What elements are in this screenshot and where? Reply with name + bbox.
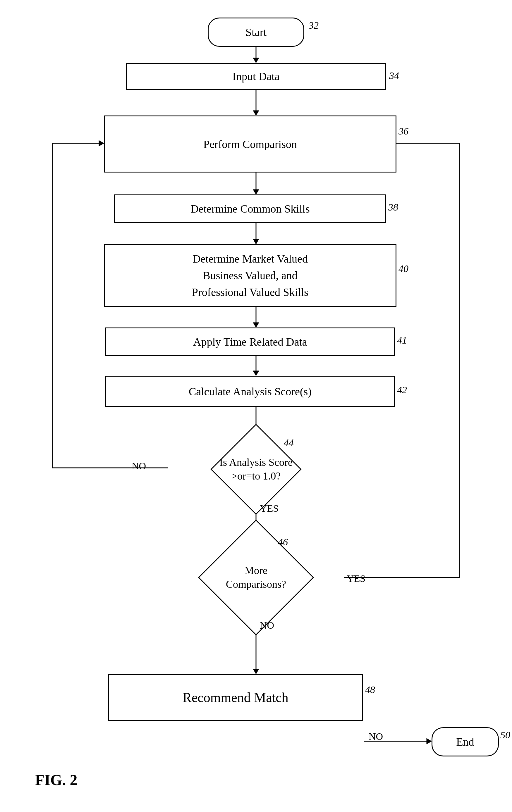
figure-caption: FIG. 2 xyxy=(35,771,77,789)
apply-time-node: Apply Time Related Data xyxy=(105,327,395,356)
determine-market-ref: 40 xyxy=(399,263,408,274)
svg-marker-16 xyxy=(99,140,104,146)
svg-marker-9 xyxy=(253,322,259,327)
no-more-label: NO xyxy=(260,620,274,631)
calculate-analysis-label: Calculate Analysis Score(s) xyxy=(189,385,312,398)
perform-comparison-node: Perform Comparison xyxy=(104,116,397,173)
is-analysis-ref: 44 xyxy=(284,437,294,448)
determine-market-label: Determine Market ValuedBusiness Valued, … xyxy=(192,251,308,300)
more-comparisons-diamond: MoreComparisons? xyxy=(168,536,344,618)
no-analysis-label: NO xyxy=(132,461,146,472)
start-node: Start xyxy=(208,18,304,47)
start-label: Start xyxy=(245,26,267,38)
perform-comparison-label: Perform Comparison xyxy=(203,138,297,151)
calculate-analysis-node: Calculate Analysis Score(s) xyxy=(105,376,395,407)
recommend-match-ref: 48 xyxy=(365,684,375,695)
perform-comparison-ref: 36 xyxy=(399,126,408,137)
determine-common-skills-node: Determine Common Skills xyxy=(114,195,386,223)
svg-marker-3 xyxy=(253,111,259,116)
end-node: End xyxy=(432,727,499,756)
yes-more-label: YES xyxy=(347,573,366,584)
determine-common-skills-label: Determine Common Skills xyxy=(190,202,309,215)
input-data-ref: 34 xyxy=(389,70,399,81)
determine-common-ref: 38 xyxy=(388,202,398,213)
calculate-analysis-ref: 42 xyxy=(397,384,407,396)
apply-time-label: Apply Time Related Data xyxy=(193,336,307,348)
end-label: End xyxy=(456,735,474,748)
svg-marker-21 xyxy=(427,738,432,744)
recommend-match-node: Recommend Match xyxy=(108,674,363,721)
svg-marker-19 xyxy=(253,669,259,674)
end-ref: 50 xyxy=(500,729,510,741)
is-analysis-score-diamond: Is Analysis Score>or=to 1.0? xyxy=(168,437,344,501)
input-data-node: Input Data xyxy=(126,63,386,90)
svg-marker-11 xyxy=(253,371,259,376)
recommend-match-label: Recommend Match xyxy=(183,690,289,705)
start-ref: 32 xyxy=(309,20,319,31)
svg-marker-1 xyxy=(253,58,259,63)
svg-marker-5 xyxy=(253,190,259,195)
apply-time-ref: 41 xyxy=(397,335,407,346)
svg-marker-7 xyxy=(253,239,259,244)
determine-market-node: Determine Market ValuedBusiness Valued, … xyxy=(104,244,397,307)
input-data-label: Input Data xyxy=(232,70,279,83)
more-comparisons-ref: 46 xyxy=(278,536,288,548)
yes-analysis-label: YES xyxy=(260,503,278,514)
no-end-label: NO xyxy=(369,731,383,742)
